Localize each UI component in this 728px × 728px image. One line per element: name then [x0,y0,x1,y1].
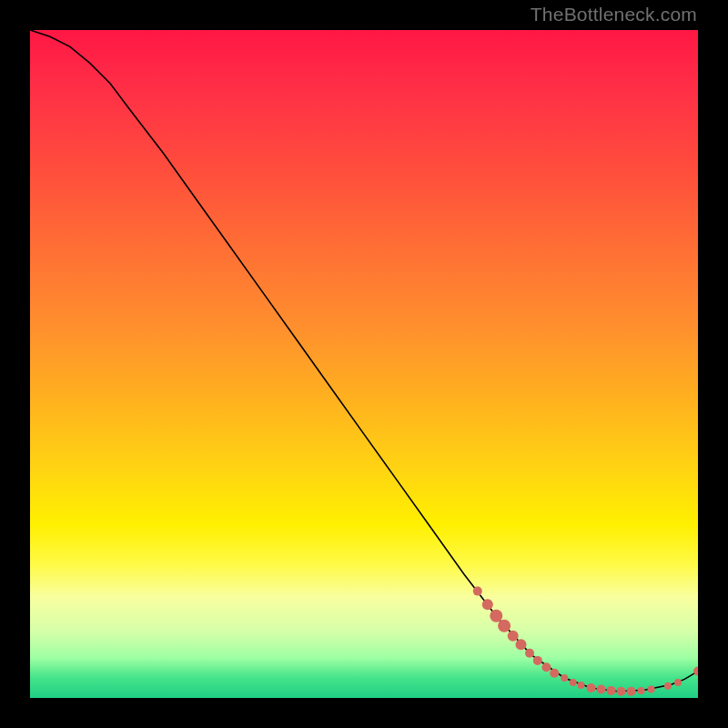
watermark-text: TheBottleneck.com [531,4,697,25]
plot-background [30,30,698,698]
